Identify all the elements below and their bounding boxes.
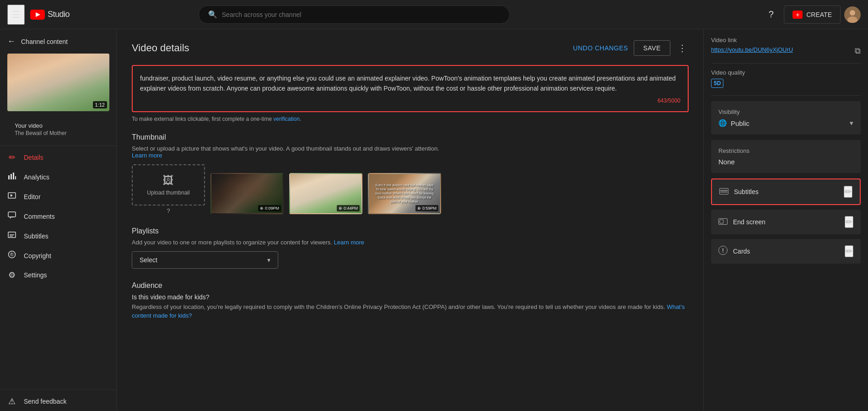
visibility-arrow-icon: ▾ <box>850 119 853 127</box>
sidebar-item-subtitles[interactable]: Subtitles <box>0 226 117 246</box>
avatar[interactable] <box>844 6 861 23</box>
help-button[interactable]: ? <box>762 5 780 24</box>
settings-icon: ⚙ <box>7 270 16 280</box>
create-label: CREATE <box>806 11 832 18</box>
save-button[interactable]: SAVE <box>634 40 670 56</box>
subtitles-card-label: Subtitles <box>734 188 844 195</box>
playlists-desc: Add your video to one or more playlists … <box>132 239 689 246</box>
sidebar-divider-2 <box>0 389 117 390</box>
thumbnail-option-3[interactable]: Even if she doesn't care but mother says… <box>368 173 441 214</box>
cards-edit-button[interactable]: ✏ <box>845 245 853 257</box>
svg-rect-5 <box>8 175 10 179</box>
upload-thumb-help-icon[interactable]: ? <box>167 207 170 214</box>
sidebar-item-details[interactable]: ✏ Details <box>0 148 117 167</box>
thumbnail-grid: 🖼 Upload thumbnail ? ⊕ 0:09PM ⊕ 0:44PM <box>132 164 689 214</box>
thumb-3-label: ⊕ 0:59PM <box>415 205 438 211</box>
video-quality-badge: 5D <box>711 79 723 88</box>
svg-rect-16 <box>720 188 728 194</box>
svg-rect-7 <box>13 173 14 179</box>
thumbnail-section: Thumbnail Select or upload a picture tha… <box>132 133 689 214</box>
copyright-label: Copyright <box>24 252 51 260</box>
search-icon: 🔍 <box>208 10 217 19</box>
video-title-label: The Bewail of Mother <box>7 130 109 142</box>
top-navigation: ☰ Studio 🔍 ? + CREATE <box>0 0 868 29</box>
sidebar-item-comments[interactable]: Comments <box>0 206 117 226</box>
create-icon: + <box>793 11 803 19</box>
upload-thumbnail-button[interactable]: 🖼 Upload thumbnail <box>132 164 205 206</box>
description-count: 643/5000 <box>140 97 680 104</box>
video-link-section: Video link https://youtu.be/DUN6yXjOUrU … <box>711 37 861 56</box>
more-options-button[interactable]: ⋮ <box>676 41 689 55</box>
visibility-value: Public <box>731 119 749 127</box>
subtitles-card[interactable]: Subtitles ✏ <box>711 178 861 205</box>
copy-link-button[interactable]: ⧉ <box>855 46 861 56</box>
restrictions-value: None <box>718 158 853 166</box>
playlists-learn-more[interactable]: Learn more <box>334 239 364 246</box>
restrictions-title: Restrictions <box>718 147 853 154</box>
thumbnail-learn-more[interactable]: Learn more <box>132 152 162 159</box>
playlist-select-label: Select <box>140 256 157 264</box>
create-button[interactable]: + CREATE <box>784 5 841 24</box>
thumbnail-option-1[interactable]: ⊕ 0:09PM <box>210 173 284 214</box>
right-panel: Video link https://youtu.be/DUN6yXjOUrU … <box>703 29 868 411</box>
right-divider-1 <box>711 63 861 64</box>
video-preview: 1:12 <box>7 54 109 111</box>
video-quality-section: Video quality 5D <box>711 69 861 88</box>
back-arrow-icon: ← <box>7 37 16 46</box>
copyright-icon: © <box>7 250 16 261</box>
upload-thumbnail-container: 🖼 Upload thumbnail ? <box>132 164 205 214</box>
channel-content-label: Channel content <box>21 38 68 45</box>
video-thumbnail: 1:12 <box>7 54 109 111</box>
channel-content-back[interactable]: ← Channel content <box>0 29 117 50</box>
audience-desc: Regardless of your location, you're lega… <box>132 303 689 320</box>
verification-link[interactable]: verification <box>273 116 299 122</box>
right-divider-2 <box>711 95 861 96</box>
editor-icon <box>7 191 16 202</box>
audience-section: Audience Is this video made for kids? Re… <box>132 281 689 320</box>
youtube-studio-logo[interactable]: Studio <box>30 10 70 20</box>
subtitles-icon <box>7 231 16 241</box>
thumbnail-option-2[interactable]: ⊕ 0:44PM <box>289 173 362 214</box>
page-title: Video details <box>132 42 189 54</box>
globe-icon: 🌐 <box>718 119 727 127</box>
comments-label: Comments <box>24 213 55 220</box>
video-quality-title: Video quality <box>711 69 861 76</box>
thumbnail-title: Thumbnail <box>132 133 689 141</box>
details-label: Details <box>24 154 43 161</box>
subtitles-label: Subtitles <box>24 233 49 240</box>
cards-icon <box>718 246 728 257</box>
svg-rect-20 <box>720 220 723 223</box>
subtitles-edit-button[interactable]: ✏ <box>844 186 852 198</box>
undo-changes-button[interactable]: UNDO CHANGES <box>573 44 628 52</box>
visibility-card[interactable]: Visibility 🌐 Public ▾ <box>711 101 861 135</box>
upload-icon: 🖼 <box>163 174 174 187</box>
sidebar-item-copyright[interactable]: © Copyright <box>0 246 117 265</box>
video-link[interactable]: https://youtu.be/DUN6yXjOUrU <box>711 46 793 53</box>
sidebar-item-analytics[interactable]: Analytics <box>0 167 117 187</box>
thumb-1-label: ⊕ 0:09PM <box>258 205 281 211</box>
thumbnail-desc: Select or upload a picture that shows wh… <box>132 145 689 159</box>
visibility-title: Visibility <box>718 108 853 115</box>
end-screen-icon <box>718 217 728 227</box>
topnav-right-actions: ? + CREATE <box>762 5 861 24</box>
end-screen-edit-button[interactable]: ✏ <box>845 216 853 228</box>
upload-thumbnail-label: Upload thumbnail <box>147 189 189 196</box>
playlists-title: Playlists <box>132 227 689 235</box>
sidebar-item-send-feedback[interactable]: ⚠ Send feedback <box>0 392 117 411</box>
playlist-select[interactable]: Select ▾ <box>132 251 278 269</box>
video-duration: 1:12 <box>93 101 107 108</box>
end-screen-label: End screen <box>733 218 845 226</box>
center-content: Video details UNDO CHANGES SAVE ⋮ fundra… <box>117 29 703 411</box>
page-header: Video details UNDO CHANGES SAVE ⋮ <box>132 40 689 56</box>
menu-icon[interactable]: ☰ <box>7 5 25 25</box>
search-input[interactable] <box>222 11 500 18</box>
studio-brand-label: Studio <box>48 10 70 19</box>
svg-rect-6 <box>11 174 12 179</box>
sidebar-item-settings[interactable]: ⚙ Settings <box>0 265 117 285</box>
end-screen-card[interactable]: End screen ✏ <box>711 210 861 234</box>
audience-question: Is this video made for kids? <box>132 293 689 301</box>
playlist-dropdown-icon: ▾ <box>267 256 270 264</box>
cards-label: Cards <box>733 248 845 255</box>
cards-card[interactable]: Cards ✏ <box>711 239 861 264</box>
sidebar-item-editor[interactable]: Editor <box>0 187 117 206</box>
